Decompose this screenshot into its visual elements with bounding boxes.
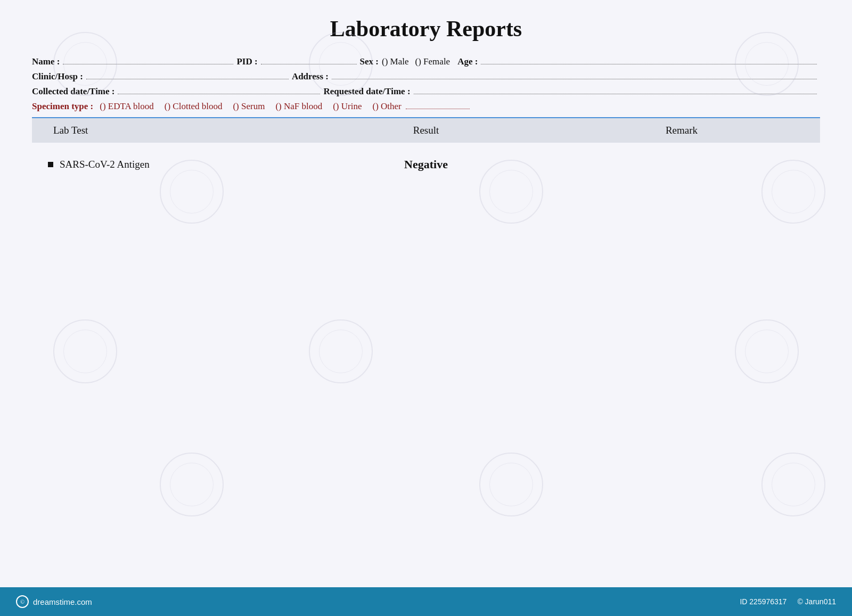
name-pid-row: Name : PID : Sex : () Male () Female Age… bbox=[32, 56, 820, 67]
address-dots bbox=[332, 79, 817, 79]
table-section: Lab Test Result Remark SARS-CoV-2 Antige… bbox=[32, 118, 820, 181]
specimen-options: () EDTA blood () Clotted blood () Serum … bbox=[100, 101, 470, 112]
table-row: SARS-CoV-2 Antigen Negative bbox=[32, 148, 820, 181]
document-area: Laboratory Reports Name : PID : Sex : ()… bbox=[0, 0, 852, 587]
clinic-dots bbox=[86, 79, 289, 79]
clinic-label: Clinic/Hosp : bbox=[32, 71, 83, 82]
footer-left: © dreamstime.com bbox=[16, 595, 92, 608]
sex-male: () Male bbox=[382, 56, 409, 67]
specimen-edta: () EDTA blood bbox=[100, 101, 154, 112]
header-remark: Remark bbox=[554, 125, 809, 136]
cell-remark bbox=[554, 158, 809, 171]
address-label: Address : bbox=[292, 71, 329, 82]
specimen-urine: () Urine bbox=[333, 101, 362, 112]
watermark-12 bbox=[761, 453, 825, 516]
bullet-icon bbox=[48, 162, 53, 167]
specimen-clotted: () Clotted blood bbox=[165, 101, 223, 112]
watermark-11 bbox=[479, 453, 543, 516]
sex-label: Sex : bbox=[360, 56, 379, 67]
cell-result: Negative bbox=[298, 158, 554, 171]
footer-bar: © dreamstime.com ID 225976317 © Jarun011 bbox=[0, 587, 852, 616]
requested-dots bbox=[414, 94, 817, 94]
dreamstime-logo: dreamstime.com bbox=[33, 597, 92, 606]
watermark-7 bbox=[53, 319, 117, 383]
specimen-label: Specimen type : bbox=[32, 101, 93, 112]
other-dots bbox=[406, 109, 470, 109]
footer-author: © Jarun011 bbox=[797, 597, 836, 606]
age-dots bbox=[481, 64, 817, 64]
collected-dots bbox=[118, 94, 320, 94]
dates-row: Collected date/Time : Requested date/Tim… bbox=[32, 86, 820, 97]
footer-id: ID 225976317 bbox=[740, 597, 787, 606]
name-label: Name : bbox=[32, 56, 60, 67]
page-title: Laboratory Reports bbox=[32, 16, 820, 42]
watermark-8 bbox=[309, 319, 373, 383]
table-header: Lab Test Result Remark bbox=[32, 118, 820, 143]
name-dots bbox=[63, 64, 233, 64]
requested-label: Requested date/Time : bbox=[323, 86, 410, 97]
header-result: Result bbox=[298, 125, 554, 136]
footer-right: ID 225976317 © Jarun011 bbox=[740, 597, 836, 606]
specimen-serum: () Serum bbox=[233, 101, 265, 112]
specimen-naf: () NaF blood bbox=[275, 101, 322, 112]
pid-dots bbox=[261, 64, 357, 64]
header-lab-test: Lab Test bbox=[43, 125, 298, 136]
watermark-10 bbox=[160, 453, 224, 516]
dreamstime-icon: © bbox=[16, 595, 29, 608]
specimen-other: () Other bbox=[372, 101, 470, 112]
collected-label: Collected date/Time : bbox=[32, 86, 114, 97]
specimen-row: Specimen type : () EDTA blood () Clotted… bbox=[32, 101, 820, 112]
clinic-address-row: Clinic/Hosp : Address : bbox=[32, 71, 820, 82]
watermark-9 bbox=[735, 319, 799, 383]
age-label: Age : bbox=[457, 56, 478, 67]
pid-label: PID : bbox=[236, 56, 257, 67]
sex-female: () Female bbox=[415, 56, 450, 67]
cell-lab-test: SARS-CoV-2 Antigen bbox=[43, 158, 298, 171]
